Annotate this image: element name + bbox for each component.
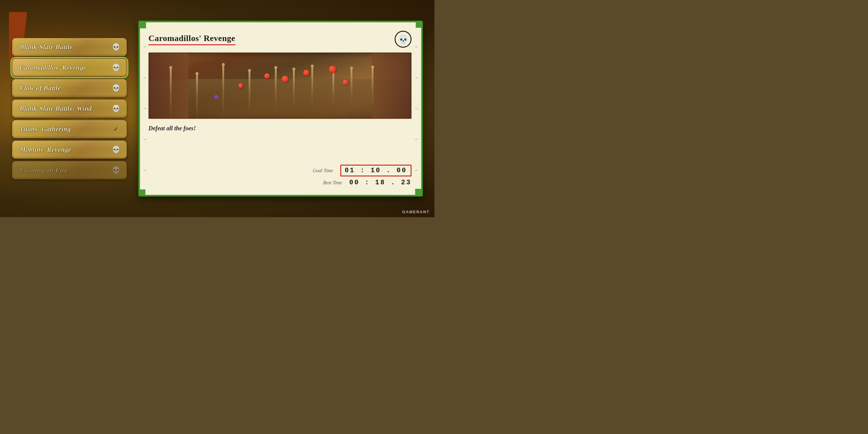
side-mark bbox=[415, 108, 417, 109]
menu-item-icon-skull: 💀 bbox=[111, 84, 120, 93]
side-mark bbox=[144, 139, 146, 140]
skull-icon: 💀 bbox=[112, 146, 120, 154]
arena-pole bbox=[333, 73, 334, 117]
arena-pole bbox=[222, 65, 224, 117]
stat-row-best-time: Best Time 00 : 18 . 23 bbox=[149, 179, 411, 186]
best-time-label: Best Time bbox=[312, 180, 342, 185]
arena-pole bbox=[372, 68, 373, 117]
goal-time-value: 01 : 10 . 00 bbox=[340, 165, 411, 177]
arena-creature bbox=[264, 73, 270, 79]
arena-creature bbox=[343, 80, 348, 85]
side-mark bbox=[144, 78, 146, 78]
side-mark bbox=[415, 46, 417, 47]
card-corner-tl bbox=[140, 22, 146, 28]
side-mark bbox=[144, 108, 146, 109]
menu-item-titans-gathering[interactable]: Titans' Gathering ✓ bbox=[12, 120, 127, 138]
menu-item-caromadillos-revenge[interactable]: Caromadillos' Revenge 💀 bbox=[12, 59, 127, 76]
menu-item-moblins-revenge[interactable]: Moblins' Revenge 💀 bbox=[12, 141, 127, 159]
menu-item-icon-skull: 💀 bbox=[111, 145, 120, 154]
arena-wall-left bbox=[149, 53, 188, 118]
arena-pole bbox=[293, 70, 295, 117]
stat-row-goal-time: Goal Time 01 : 10 . 00 bbox=[149, 165, 411, 177]
arena-creature bbox=[238, 83, 243, 88]
side-mark bbox=[415, 139, 417, 140]
arena-creature bbox=[282, 76, 288, 82]
arena-creature bbox=[303, 70, 309, 76]
arena-scene bbox=[149, 53, 411, 118]
gamerant-watermark: GAMERANT bbox=[402, 210, 430, 214]
menu-item-label: Titans' Gathering bbox=[20, 125, 71, 133]
side-mark bbox=[415, 170, 417, 171]
menu-item-floating-on-fire[interactable]: Floating on Fire 💀 bbox=[12, 161, 127, 179]
menu-item-icon-skull: 💀 bbox=[111, 104, 120, 113]
menu-item-blank-slate-battle-wind[interactable]: Blank-Slate Battle: Wind 💀 bbox=[12, 99, 127, 118]
menu-item-label: Blank-Slate Battle: Wind bbox=[20, 105, 92, 113]
arena-pole bbox=[196, 74, 198, 117]
card-arena-image bbox=[149, 53, 411, 119]
arena-creature bbox=[329, 66, 336, 73]
card-description: Defeat all the foes! bbox=[149, 125, 411, 132]
menu-item-label: Caromadillos' Revenge bbox=[20, 64, 86, 71]
arena-wall-right bbox=[372, 53, 411, 118]
card-title: Caromadillos' Revenge bbox=[149, 33, 235, 45]
detail-card: Caromadillos' Revenge 💀 bbox=[139, 21, 423, 196]
skull-icon: 💀 bbox=[112, 105, 120, 113]
menu-item-label: Flow of Battle bbox=[20, 84, 61, 92]
menu-item-label: Floating on Fire bbox=[20, 166, 68, 174]
card-corner-tr bbox=[416, 22, 422, 28]
menu-item-icon-skull: 💀 bbox=[111, 42, 120, 52]
menu-item-icon-check: ✓ bbox=[111, 125, 120, 134]
card-skull-badge: 💀 bbox=[395, 31, 411, 48]
card-header: Caromadillos' Revenge 💀 bbox=[149, 31, 411, 48]
card-corner-bl bbox=[140, 189, 146, 195]
menu-item-blank-slate-battle[interactable]: Blank-Slate Battle 💀 bbox=[12, 38, 127, 56]
skull-icon: 💀 bbox=[112, 64, 120, 71]
card-skull-icon: 💀 bbox=[398, 34, 409, 44]
arena-pole bbox=[275, 68, 277, 117]
menu-item-icon-skull: 💀 bbox=[111, 63, 120, 72]
skull-icon: 💀 bbox=[112, 84, 120, 92]
skull-icon: 💀 bbox=[112, 43, 120, 51]
menu-item-icon-skull: 💀 bbox=[111, 165, 120, 175]
arena-pole bbox=[350, 69, 352, 117]
arena-pole bbox=[311, 67, 313, 117]
side-mark bbox=[144, 170, 146, 171]
check-icon: ✓ bbox=[114, 125, 119, 133]
menu-item-label: Moblins' Revenge bbox=[20, 146, 71, 154]
menu-item-label: Blank-Slate Battle bbox=[20, 43, 73, 51]
best-time-value: 00 : 18 . 23 bbox=[349, 179, 411, 186]
side-mark bbox=[144, 46, 146, 47]
side-mark bbox=[415, 78, 417, 78]
card-stats: Goal Time 01 : 10 . 00 Best Time 00 : 18… bbox=[149, 165, 411, 186]
card-side-marks-left bbox=[142, 22, 148, 195]
card-corner-br bbox=[416, 189, 422, 195]
card-side-marks-right bbox=[413, 22, 420, 195]
menu-panel: Blank-Slate Battle 💀 Caromadillos' Reven… bbox=[12, 38, 127, 179]
arena-pole bbox=[170, 68, 172, 117]
main-layout: Blank-Slate Battle 💀 Caromadillos' Reven… bbox=[0, 0, 434, 217]
menu-item-flow-of-battle[interactable]: Flow of Battle 💀 bbox=[12, 79, 127, 97]
skull-icon: 💀 bbox=[112, 166, 120, 174]
goal-time-label: Goal Time bbox=[303, 168, 333, 174]
arena-pole bbox=[249, 71, 250, 117]
